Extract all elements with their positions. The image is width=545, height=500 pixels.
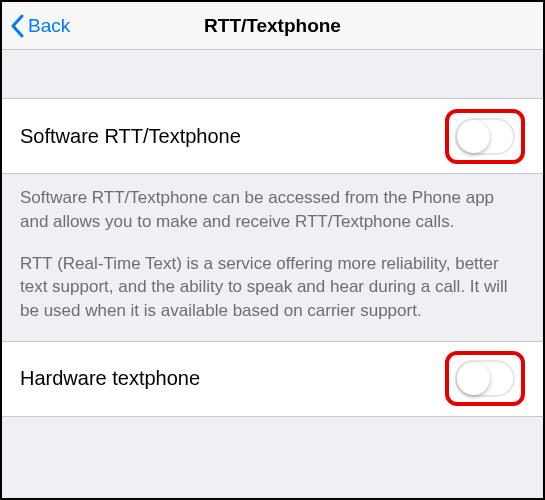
software-rtt-label: Software RTT/Textphone: [20, 125, 241, 148]
navbar: Back RTT/Textphone: [2, 2, 543, 50]
hardware-textphone-label: Hardware textphone: [20, 367, 200, 390]
page-title: RTT/Textphone: [204, 15, 341, 37]
footer-description: Software RTT/Textphone can be accessed f…: [2, 174, 543, 341]
hardware-textphone-toggle[interactable]: [455, 360, 515, 397]
software-rtt-toggle[interactable]: [455, 118, 515, 155]
section-spacer: [2, 50, 543, 98]
back-label: Back: [28, 15, 70, 37]
toggle-knob: [457, 120, 490, 153]
chevron-left-icon: [10, 14, 24, 38]
back-button[interactable]: Back: [2, 2, 70, 49]
toggle-knob: [457, 362, 490, 395]
highlight-box: [445, 109, 525, 164]
highlight-box: [445, 351, 525, 406]
hardware-textphone-row: Hardware textphone: [2, 341, 543, 417]
footer-paragraph-1: Software RTT/Textphone can be accessed f…: [20, 186, 525, 234]
footer-paragraph-2: RTT (Real-Time Text) is a service offeri…: [20, 252, 525, 323]
software-rtt-row: Software RTT/Textphone: [2, 98, 543, 174]
